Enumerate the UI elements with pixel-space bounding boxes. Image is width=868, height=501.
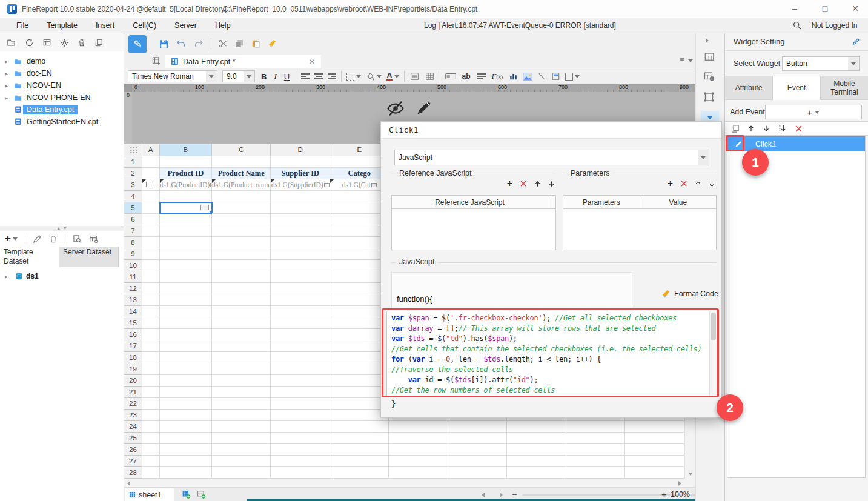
sort-events-icon[interactable] [778, 124, 787, 133]
text-widget-icon[interactable] [445, 73, 456, 80]
cell-C22[interactable] [212, 398, 271, 410]
tab-template-dataset[interactable]: Template Dataset [0, 247, 59, 267]
menu-item-file[interactable]: File [7, 18, 38, 33]
new-template-tab-icon[interactable] [151, 56, 161, 65]
cell-A25[interactable] [142, 433, 160, 444]
cell-C6[interactable] [212, 214, 271, 225]
row-header-23[interactable]: 23 [124, 410, 142, 421]
tree-item-doc-en[interactable]: ▸doc-EN [0, 67, 124, 79]
edit-widget-icon[interactable] [852, 37, 861, 46]
horizontal-scrollbar[interactable] [124, 479, 684, 487]
cell-B15[interactable] [160, 317, 212, 329]
row-header-14[interactable]: 14 [124, 306, 142, 317]
cell-H27[interactable] [507, 456, 566, 467]
cell-J24[interactable] [625, 421, 684, 433]
cell-B11[interactable] [160, 271, 212, 283]
prev-sheet-icon[interactable] [482, 493, 485, 497]
expand-arrow-icon[interactable]: ▸ [5, 273, 12, 280]
formula-icon[interactable]: F(x) [491, 71, 504, 81]
chevron-down-icon[interactable] [206, 71, 217, 82]
cell-B27[interactable] [160, 456, 212, 467]
cell-D5[interactable] [271, 202, 330, 214]
cell-I28[interactable] [566, 467, 626, 479]
tab-mobile-terminal[interactable]: Mobile Terminal [821, 76, 868, 100]
cell-C25[interactable] [212, 433, 271, 444]
row-header-21[interactable]: 21 [124, 387, 142, 398]
cell-A15[interactable] [142, 317, 160, 329]
code-editor-scrollbar[interactable] [709, 311, 717, 396]
cell-G28[interactable] [448, 467, 508, 479]
tree-item-ncov-en[interactable]: ▸NCOV-EN [0, 79, 124, 91]
zoom-out-button[interactable]: − [512, 489, 517, 499]
italic-button[interactable]: I [273, 71, 277, 81]
cell-B25[interactable] [160, 433, 212, 444]
cell-B19[interactable] [160, 363, 212, 375]
cell-B16[interactable] [160, 329, 212, 340]
row-header-16[interactable]: 16 [124, 329, 142, 340]
cell-C18[interactable] [212, 352, 271, 363]
cell-D15[interactable] [271, 317, 330, 329]
cell-B26[interactable] [160, 444, 212, 456]
expand-arrow-icon[interactable]: ▸ [5, 82, 12, 89]
add-report-sheet-icon[interactable] [197, 490, 206, 499]
cell-A19[interactable] [142, 363, 160, 375]
scroll-down-icon[interactable] [688, 473, 693, 476]
cell-C16[interactable] [212, 329, 271, 340]
cell-B22[interactable] [160, 398, 212, 410]
cell-B24[interactable] [160, 421, 212, 433]
cell-E24[interactable] [330, 421, 389, 433]
cell-E28[interactable] [330, 467, 389, 479]
row-header-11[interactable]: 11 [124, 271, 142, 283]
cell-D12[interactable] [271, 283, 330, 294]
row-header-19[interactable]: 19 [124, 363, 142, 375]
cell-D21[interactable] [271, 387, 330, 398]
cell-C4[interactable] [212, 191, 271, 202]
cell-D8[interactable] [271, 237, 330, 248]
chart-icon[interactable] [509, 72, 518, 81]
login-status[interactable]: Not Logged In [812, 18, 857, 33]
paste-icon[interactable] [251, 39, 260, 48]
edit-dataset-icon[interactable] [33, 234, 42, 244]
code-line[interactable]: var darray = [];// This array will store… [391, 323, 712, 334]
image-icon[interactable] [523, 73, 532, 81]
align-left-icon[interactable] [301, 72, 310, 81]
minimize-button[interactable]: – [784, 0, 805, 18]
row-header-22[interactable]: 22 [124, 398, 142, 410]
template-web-attribute-icon[interactable]: ✎ [128, 35, 147, 53]
cell-B20[interactable] [160, 375, 212, 387]
cell-D28[interactable] [271, 467, 330, 479]
eye-slash-icon[interactable] [386, 99, 405, 118]
cell-D24[interactable] [271, 421, 330, 433]
code-line[interactable]: var $tds = $("td").has($span); [391, 334, 712, 344]
col-header-C[interactable]: C [212, 144, 271, 156]
cell-D4[interactable] [271, 191, 330, 202]
chevron-down-icon[interactable] [698, 150, 709, 165]
cell-F27[interactable] [389, 456, 448, 467]
cell-C28[interactable] [212, 467, 271, 479]
code-line[interactable]: var id = $($tds[i]).attr("id"); [391, 375, 712, 385]
row-header-20[interactable]: 20 [124, 375, 142, 387]
cell-A12[interactable] [142, 283, 160, 294]
float-element-icon[interactable] [703, 91, 715, 102]
cell-C2[interactable]: Product Name [212, 168, 271, 179]
cell-A7[interactable] [142, 225, 160, 237]
cell-A1[interactable] [142, 156, 160, 168]
reference-move-down-icon[interactable] [548, 180, 555, 188]
row-header-25[interactable]: 25 [124, 433, 142, 444]
cell-B17[interactable] [160, 340, 212, 352]
row-header-24[interactable]: 24 [124, 421, 142, 433]
cell-C15[interactable] [212, 317, 271, 329]
cell-J25[interactable] [625, 433, 684, 444]
preview-dataset-icon[interactable] [73, 234, 82, 244]
col-header-A[interactable]: A [142, 144, 160, 156]
tree-item-ncov-phone-en[interactable]: ▸NCOV-PHONE-EN [0, 91, 124, 104]
cell-A2[interactable] [142, 168, 160, 179]
cell-H26[interactable] [507, 444, 566, 456]
cell-element-icon[interactable] [703, 51, 715, 62]
cell-I24[interactable] [566, 421, 626, 433]
row-header-27[interactable]: 27 [124, 456, 142, 467]
cell-H24[interactable] [507, 421, 566, 433]
chevron-down-icon[interactable] [848, 57, 859, 70]
cell-D14[interactable] [271, 306, 330, 317]
cell-A14[interactable] [142, 306, 160, 317]
